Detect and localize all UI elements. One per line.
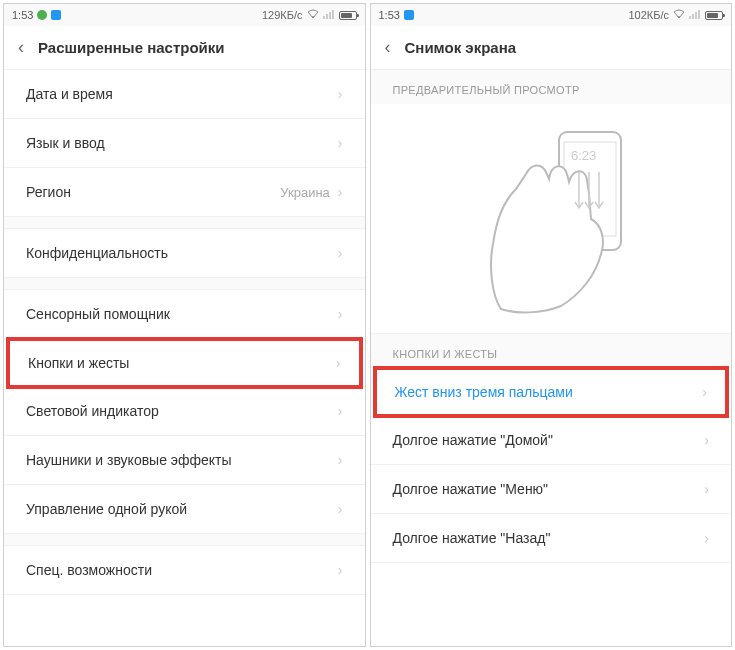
chevron-right-icon: › xyxy=(338,86,343,102)
chevron-right-icon: › xyxy=(338,403,343,419)
chevron-right-icon: › xyxy=(704,432,709,448)
chevron-right-icon: › xyxy=(338,306,343,322)
chevron-right-icon: › xyxy=(704,481,709,497)
list-item-one-hand[interactable]: Управление одной рукой › xyxy=(4,485,365,534)
data-rate: 102КБ/с xyxy=(628,9,669,21)
page-title: Расширенные настройки xyxy=(38,39,225,56)
chevron-right-icon: › xyxy=(704,530,709,546)
signal-icon xyxy=(689,9,701,21)
svg-rect-1 xyxy=(323,16,325,19)
page-header: ‹ Снимок экрана xyxy=(371,26,732,70)
svg-rect-7 xyxy=(692,14,694,19)
section-header-preview: ПРЕДВАРИТЕЛЬНЫЙ ПРОСМОТР xyxy=(371,70,732,104)
chevron-right-icon: › xyxy=(338,452,343,468)
notification-green-icon xyxy=(37,10,47,20)
right-phone-screen: 1:53 102КБ/с ‹ Снимок экрана ПРЕДВАРИТЕЛ… xyxy=(370,3,733,647)
status-time: 1:53 xyxy=(379,9,400,21)
notification-blue-icon xyxy=(51,10,61,20)
svg-rect-6 xyxy=(689,16,691,19)
chevron-right-icon: › xyxy=(338,245,343,261)
list-item-three-finger-swipe[interactable]: Жест вниз тремя пальцами › xyxy=(373,366,730,418)
notification-blue-icon xyxy=(404,10,414,20)
list-item-region[interactable]: Регион Украина › xyxy=(4,168,365,217)
list-item-accessibility[interactable]: Спец. возможности › xyxy=(4,546,365,595)
wifi-icon xyxy=(307,9,319,21)
gesture-list: Жест вниз тремя пальцами › Долгое нажати… xyxy=(371,368,732,646)
list-item-headphones[interactable]: Наушники и звуковые эффекты › xyxy=(4,436,365,485)
list-item-date-time[interactable]: Дата и время › xyxy=(4,70,365,119)
svg-rect-9 xyxy=(698,10,700,19)
list-item-touch-assistant[interactable]: Сенсорный помощник › xyxy=(4,290,365,339)
list-item-language[interactable]: Язык и ввод › xyxy=(4,119,365,168)
svg-rect-3 xyxy=(329,12,331,19)
page-title: Снимок экрана xyxy=(405,39,517,56)
status-bar: 1:53 102КБ/с xyxy=(371,4,732,26)
chevron-right-icon: › xyxy=(338,562,343,578)
wifi-icon xyxy=(673,9,685,21)
item-value: Украина xyxy=(280,185,330,200)
back-icon[interactable]: ‹ xyxy=(385,37,391,58)
battery-icon xyxy=(339,11,357,20)
chevron-right-icon: › xyxy=(338,501,343,517)
divider xyxy=(4,534,365,546)
page-header: ‹ Расширенные настройки xyxy=(4,26,365,70)
chevron-right-icon: › xyxy=(338,184,343,200)
svg-rect-4 xyxy=(332,10,334,19)
status-time: 1:53 xyxy=(12,9,33,21)
chevron-right-icon: › xyxy=(336,355,341,371)
svg-rect-2 xyxy=(326,14,328,19)
svg-point-5 xyxy=(678,16,680,18)
hand-phone-illustration: 6:23 xyxy=(471,124,631,314)
divider xyxy=(4,217,365,229)
signal-icon xyxy=(323,9,335,21)
data-rate: 129КБ/с xyxy=(262,9,303,21)
chevron-right-icon: › xyxy=(702,384,707,400)
back-icon[interactable]: ‹ xyxy=(18,37,24,58)
list-item-long-press-menu[interactable]: Долгое нажатие "Меню" › xyxy=(371,465,732,514)
status-bar: 1:53 129КБ/с xyxy=(4,4,365,26)
list-item-long-press-home[interactable]: Долгое нажатие "Домой" › xyxy=(371,416,732,465)
svg-point-0 xyxy=(312,16,314,18)
list-item-buttons-gestures[interactable]: Кнопки и жесты › xyxy=(6,337,363,389)
list-item-led[interactable]: Световой индикатор › xyxy=(4,387,365,436)
svg-text:6:23: 6:23 xyxy=(571,148,596,163)
gesture-preview: 6:23 xyxy=(371,104,732,334)
divider xyxy=(4,278,365,290)
chevron-right-icon: › xyxy=(338,135,343,151)
battery-icon xyxy=(705,11,723,20)
section-header-gestures: КНОПКИ И ЖЕСТЫ xyxy=(371,334,732,368)
list-item-privacy[interactable]: Конфиденциальность › xyxy=(4,229,365,278)
svg-rect-8 xyxy=(695,12,697,19)
settings-list: Дата и время › Язык и ввод › Регион Укра… xyxy=(4,70,365,646)
left-phone-screen: 1:53 129КБ/с ‹ Расширенные настройки Дат… xyxy=(3,3,366,647)
list-item-long-press-back[interactable]: Долгое нажатие "Назад" › xyxy=(371,514,732,563)
